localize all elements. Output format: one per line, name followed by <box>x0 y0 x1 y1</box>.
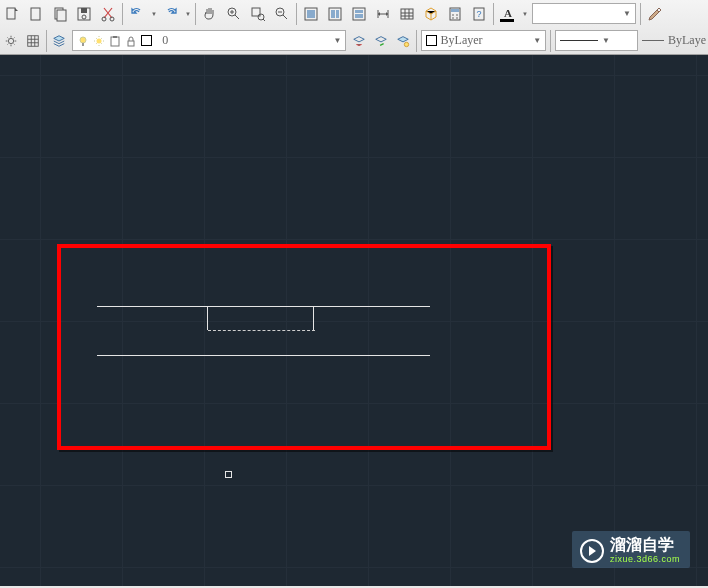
pan-button[interactable] <box>199 3 221 25</box>
svg-text:?: ? <box>476 9 481 19</box>
layout-icon <box>327 6 343 22</box>
svg-point-6 <box>82 15 86 19</box>
svg-point-24 <box>452 14 454 16</box>
layout2-icon <box>351 6 367 22</box>
svg-rect-3 <box>57 10 66 21</box>
redo-icon <box>163 6 179 22</box>
svg-rect-21 <box>401 9 413 19</box>
undo-icon <box>129 6 145 22</box>
calc-icon <box>447 6 463 22</box>
svg-rect-23 <box>451 9 459 12</box>
svg-rect-34 <box>82 43 84 46</box>
lineweight-preview <box>560 40 598 41</box>
lightbulb-on-icon <box>77 35 89 47</box>
svg-rect-0 <box>7 8 15 19</box>
new-button[interactable] <box>25 3 47 25</box>
block-icon <box>423 6 439 22</box>
zoom-realtime-button[interactable] <box>223 3 245 25</box>
drawing-canvas[interactable]: 溜溜自学 zixue.3d66.com <box>0 55 708 586</box>
cut-icon <box>100 6 116 22</box>
lock-icon <box>125 35 137 47</box>
svg-rect-5 <box>81 8 87 13</box>
cut-button[interactable] <box>97 3 119 25</box>
annotation-highlight-rect <box>57 244 551 450</box>
svg-rect-17 <box>336 10 339 18</box>
svg-rect-38 <box>128 41 134 46</box>
layer-isolate-icon <box>396 34 410 48</box>
dashed-line <box>208 330 315 331</box>
zoom-extents-icon <box>274 6 290 22</box>
chevron-down-icon: ▼ <box>533 36 541 45</box>
layer-previous-button[interactable] <box>371 30 391 52</box>
sun-icon <box>93 35 105 47</box>
dim-button[interactable] <box>372 3 394 25</box>
undo-button[interactable] <box>126 3 148 25</box>
new-icon <box>28 6 44 22</box>
layer-match-button[interactable] <box>349 30 369 52</box>
svg-rect-32 <box>27 35 38 46</box>
undo-dropdown[interactable]: ▼ <box>149 3 159 25</box>
svg-point-33 <box>80 37 86 43</box>
calc-button[interactable] <box>444 3 466 25</box>
help-button[interactable]: ? <box>468 3 490 25</box>
line-entity[interactable] <box>97 355 430 356</box>
grid-icon <box>26 34 40 48</box>
layer-combo-value: 0 <box>162 33 333 48</box>
table-button[interactable] <box>396 3 418 25</box>
toolbars: ▼ ▼ <box>0 0 708 55</box>
qnew-icon <box>4 6 20 22</box>
color-combo[interactable]: ByLayer ▼ <box>421 30 547 51</box>
block-button[interactable] <box>420 3 442 25</box>
toolbar-row-2: 0 ▼ ByLayer ▼ ▼ ByLaye <box>0 27 708 54</box>
svg-rect-37 <box>113 36 117 38</box>
qnew-button[interactable] <box>1 3 23 25</box>
svg-rect-20 <box>355 14 363 18</box>
zoom-extents-button[interactable] <box>271 3 293 25</box>
dim-icon <box>375 6 391 22</box>
crosshair-cursor <box>225 471 232 478</box>
layout2-button[interactable] <box>348 3 370 25</box>
layer-isolate-button[interactable] <box>393 30 413 52</box>
layer-previous-icon <box>374 34 388 48</box>
text-color-dropdown[interactable]: ▼ <box>520 3 530 25</box>
chevron-down-icon: ▼ <box>602 36 610 45</box>
layer-properties-button[interactable] <box>49 30 69 52</box>
layout1-button[interactable] <box>324 3 346 25</box>
square-swatch-icon <box>141 35 152 46</box>
modelspace-icon <box>303 6 319 22</box>
lineweight-display: ByLaye <box>642 30 706 51</box>
settings-button[interactable] <box>1 30 21 52</box>
redo-dropdown[interactable]: ▼ <box>183 3 193 25</box>
svg-rect-19 <box>355 10 363 13</box>
selection-box <box>207 307 314 330</box>
style-combo[interactable]: ▼ <box>532 3 636 24</box>
save-button[interactable] <box>73 3 95 25</box>
zoom-window-button[interactable] <box>247 3 269 25</box>
svg-rect-36 <box>111 37 119 46</box>
lineweight-combo[interactable]: ▼ <box>555 30 638 51</box>
watermark-text: 溜溜自学 zixue.3d66.com <box>610 537 680 564</box>
chevron-down-icon: ▼ <box>333 36 341 45</box>
grid-toggle-button[interactable] <box>23 30 43 52</box>
text-color-swatch <box>500 19 514 22</box>
layer-match-icon <box>352 34 366 48</box>
layer-state-icons <box>77 35 156 47</box>
svg-text:A: A <box>504 7 512 19</box>
play-icon <box>580 539 604 563</box>
layer-combo[interactable]: 0 ▼ <box>72 30 346 51</box>
color-combo-value: ByLayer <box>441 33 534 48</box>
svg-point-26 <box>452 17 454 19</box>
chevron-down-icon: ▼ <box>623 9 631 18</box>
svg-point-35 <box>97 38 102 43</box>
open-button[interactable] <box>49 3 71 25</box>
text-color-button[interactable]: A <box>497 3 519 25</box>
paint-button[interactable] <box>644 3 666 25</box>
redo-button[interactable] <box>160 3 182 25</box>
open-icon <box>52 6 68 22</box>
svg-point-31 <box>8 38 13 43</box>
table-icon <box>399 6 415 22</box>
help-icon: ? <box>471 6 487 22</box>
modelspace-button[interactable] <box>300 3 322 25</box>
zoom-realtime-icon <box>226 6 242 22</box>
svg-point-25 <box>456 14 458 16</box>
